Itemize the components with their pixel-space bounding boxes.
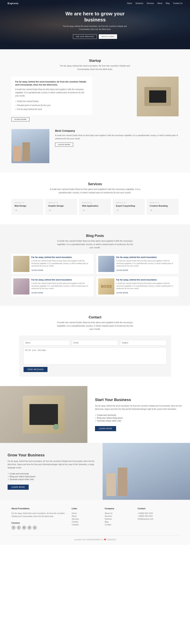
grow-business-section: Grow Your Business Far far away, behind …: [0, 443, 190, 500]
contact-form-row1: [24, 340, 166, 346]
grow-business-learn-more-button[interactable]: LEARN MORE: [8, 484, 29, 490]
grow-business-image: [103, 443, 190, 500]
contact-title: Contact: [11, 315, 179, 319]
blog-learn-more-4[interactable]: LEARN MORE: [116, 292, 128, 294]
footer-link-about[interactable]: About: [72, 515, 99, 518]
footer-link-services[interactable]: Services: [72, 518, 99, 520]
name-input[interactable]: [24, 340, 70, 346]
blog-card-3: Far far away, behind the word mountains …: [11, 276, 94, 296]
footer-company-title: Company: [105, 507, 132, 510]
email-input[interactable]: [72, 340, 118, 346]
blog-image-1: [13, 256, 29, 272]
contact-section: Contact A small river named Duden flows …: [0, 306, 190, 386]
watch-video-button[interactable]: WATCH VIDEO: [99, 34, 117, 39]
social-icon-twitter[interactable]: t: [17, 526, 21, 530]
service-label-5: SERVICE 05: [150, 202, 175, 204]
blog-post-body-1: A small river named Duden flows by their…: [31, 260, 92, 268]
nav-link[interactable]: Services: [147, 2, 154, 4]
service-card-2[interactable]: SERVICE 02 Graphic Design →: [45, 199, 77, 215]
start-list-item-2: ✓ Bring your visitors flying Ipsum: [95, 416, 182, 420]
footer-phone-1: +1(800) 555-1234: [138, 512, 179, 515]
blog-card-text-2: Far far away, behind the word mountains …: [116, 256, 177, 272]
nav-link[interactable]: Contact Us: [173, 2, 182, 4]
blog-learn-more-3[interactable]: LEARN MORE: [31, 292, 43, 294]
nav-link[interactable]: Home: [127, 2, 132, 4]
service-card-4[interactable]: SERVICE 04 Expert Copywriting →: [113, 199, 145, 215]
nav-link[interactable]: Solutions: [135, 2, 143, 4]
blog-title: Blog Posts: [11, 234, 179, 238]
blog-post-body-3: A small river named Duden flows by their…: [31, 282, 92, 290]
start-business-image: [0, 386, 87, 443]
footer-connect-title: Connect: [11, 522, 66, 524]
services-section: Services A small river named Duden flows…: [0, 173, 190, 224]
services-button[interactable]: SEE OUR SERVICES: [73, 34, 97, 39]
footer-company-blog[interactable]: Blog: [105, 520, 132, 523]
service-arrow-3[interactable]: →: [82, 208, 108, 212]
blog-card-2: Far far away, behind the word mountains …: [96, 254, 179, 274]
service-label-2: SERVICE 02: [48, 202, 74, 204]
blog-learn-more-2[interactable]: LEARN MORE: [116, 269, 128, 271]
footer-email[interactable]: info@express.com: [138, 518, 179, 520]
best-company-image: [11, 129, 49, 163]
hero-subtitle: Far far away, behind the word mountains,…: [61, 25, 129, 31]
social-icon-youtube[interactable]: y: [33, 526, 37, 530]
footer-connect: Connect f t in li y: [11, 522, 66, 530]
hero-section: We are here to grow your business Far fa…: [0, 0, 190, 49]
contact-form: SEND MESSAGE: [19, 336, 171, 376]
footer-company-partners[interactable]: Partners: [105, 518, 132, 520]
footer-links-title: Links: [72, 507, 99, 510]
startup-learn-more-button[interactable]: LEARN MORE: [11, 117, 29, 122]
footer-link-contact[interactable]: Contact: [72, 520, 99, 523]
grow-business-text: Grow Your Business Far far away, behind …: [0, 443, 103, 500]
social-icon-facebook[interactable]: f: [11, 526, 16, 530]
grow-list-item-3: ✓ Generate unique visitor color: [8, 478, 95, 481]
footer-contact-title: Contact: [138, 507, 179, 510]
service-arrow-5[interactable]: →: [150, 208, 175, 212]
footer-company-services[interactable]: Services: [105, 515, 132, 518]
hero-title: We are here to grow your business: [61, 10, 129, 23]
start-business-title: Start Your Business: [95, 398, 182, 402]
blog-post-title-4: Far far away, behind the word mountains: [116, 278, 177, 281]
footer-links-col: Links Home About Services Contact Linked…: [72, 507, 99, 530]
send-message-button[interactable]: SEND MESSAGE: [24, 367, 48, 372]
nav-logo[interactable]: Express: [8, 2, 19, 5]
blog-card-text-1: Far far away, behind the word mountains …: [31, 256, 92, 272]
footer-company-list: About Us Services Partners Blog Contact: [105, 512, 132, 526]
nav-link[interactable]: About: [157, 2, 162, 4]
service-card-1[interactable]: SERVICE 01 Web Design →: [11, 199, 43, 215]
social-icon-linkedin[interactable]: li: [27, 526, 32, 530]
start-list-item-3: ✓ Generate unique visitor color: [95, 420, 182, 422]
footer-about-col: About Foundation. Far far away, behind t…: [11, 507, 66, 530]
footer-about-title: About Foundation.: [11, 507, 66, 510]
social-icons: f t in li y: [11, 526, 66, 530]
footer-phone-2: +1(800) 555-4321: [138, 515, 179, 518]
social-icon-instagram[interactable]: in: [22, 526, 26, 530]
footer-link-home[interactable]: Home: [72, 512, 99, 515]
start-business-body: Far far away, behind the word mountains,…: [95, 404, 182, 411]
service-label-4: SERVICE 04: [116, 202, 142, 204]
subject-input[interactable]: [120, 340, 166, 346]
service-card-3[interactable]: SERVICE 03 Web Application →: [79, 199, 111, 215]
blog-card-1: Far far away, behind the word mountains …: [11, 254, 94, 274]
best-company-learn-more-button[interactable]: LEARN MORE: [55, 142, 73, 147]
service-arrow-1[interactable]: →: [15, 208, 40, 212]
start-business-section: Start Your Business Far far away, behind…: [0, 386, 190, 443]
start-business-learn-more-button[interactable]: LEARN MORE: [95, 426, 116, 431]
startup-box-body: A small river named Duden flows by their…: [15, 88, 88, 98]
footer-company-col: Company About Us Services Partners Blog …: [105, 507, 132, 530]
blog-learn-more-1[interactable]: LEARN MORE: [31, 269, 43, 271]
message-textarea[interactable]: [24, 348, 166, 364]
grow-business-title: Grow Your Business: [8, 453, 95, 457]
footer-company-contact[interactable]: Contact: [105, 523, 132, 526]
startup-desk-image: [137, 76, 179, 116]
footer-company-about[interactable]: About Us: [105, 512, 132, 515]
nav-link[interactable]: Blog: [166, 2, 170, 4]
list-item-3: ✓ Far far away behind the word: [15, 107, 88, 111]
blog-post-body-4: A small river named Duden flows by their…: [116, 282, 177, 290]
service-arrow-4[interactable]: →: [116, 208, 142, 212]
service-card-5[interactable]: SERVICE 05 Creative Branding →: [147, 199, 179, 215]
blog-subtitle: A small river named Duden flows by their…: [55, 239, 135, 250]
contact-subtitle: A small river named Duden flows by their…: [55, 321, 135, 331]
footer-link-linkedin[interactable]: Linkedin: [72, 523, 99, 526]
service-arrow-2[interactable]: →: [48, 208, 74, 212]
